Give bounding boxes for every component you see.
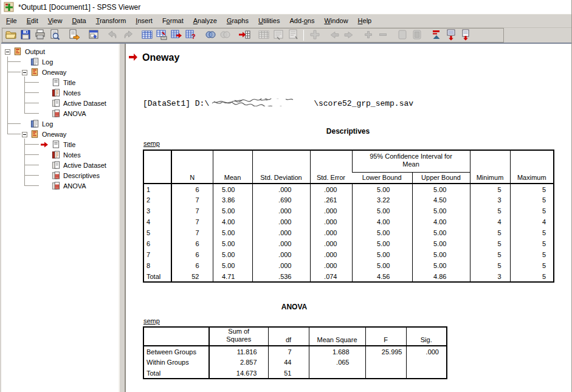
page-break-button[interactable] [458,29,473,42]
show-button[interactable] [395,29,410,42]
descriptives-table[interactable]: NMeanStd. DeviationStd. Error95% Confide… [143,150,554,283]
undo-button[interactable] [106,29,120,42]
tree-connector-line [7,134,21,134]
menu-item-graphs[interactable]: Graphs [222,15,253,27]
menu-item-insert[interactable]: Insert [131,15,157,27]
recall-dialogs-button[interactable] [86,29,101,42]
tree-item-title[interactable]: Title [1,139,119,150]
insert-title-gray-button[interactable] [286,29,300,42]
tree-connector-line [24,144,39,145]
expand-icon [362,29,374,43]
insert-heading-gray-icon [272,29,284,43]
variable-info-button[interactable]: ? [184,29,198,42]
open-icon [5,29,17,43]
tree-item-output[interactable]: Output [1,46,119,57]
hide-button[interactable] [410,29,424,42]
open-button[interactable] [4,29,18,42]
hide-icon [411,29,423,43]
move-up-button[interactable] [429,29,444,42]
tree-item-active-dataset[interactable]: Active Dataset [1,160,119,170]
dataset-path-prefix: [DataSet1] D:\ [143,99,209,108]
tree-connector-line [24,175,39,176]
tree-expander[interactable] [5,49,10,54]
save-button[interactable] [18,29,33,42]
goto-case-icon [156,29,168,43]
toolbar-gap [62,35,67,36]
tree-item-label: Descriptives [63,172,100,179]
tree-connector-line [24,113,39,114]
menu-item-file[interactable]: File [1,15,22,27]
redo-button[interactable] [120,29,135,42]
goto-data-button[interactable] [140,29,154,42]
spss-viewer-window: *Output1 [Document1] - SPSS Viewer FileE… [0,0,572,392]
menu-item-view[interactable]: View [43,15,67,27]
insert-heading-gray-button[interactable] [271,29,286,42]
tree-item-label: Output [25,48,45,55]
show-icon [396,29,408,43]
tree-item-anova[interactable]: ANOVA [1,108,119,119]
export-button[interactable] [67,29,81,42]
expand-button[interactable] [361,29,376,42]
insert-object-button[interactable] [308,29,322,42]
window-title: *Output1 [Document1] - SPSS Viewer [18,3,140,12]
demote-button[interactable] [342,29,356,42]
output-heading[interactable]: Oneway [142,52,179,63]
table-icon [51,109,61,118]
goto-case-button[interactable] [154,29,169,42]
print-preview-button[interactable] [47,29,62,42]
use-sets-button[interactable] [218,29,232,42]
procedure-icon [30,129,40,139]
menu-item-utilities[interactable]: Utilities [253,15,284,27]
menu-item-data[interactable]: Data [67,15,91,27]
menu-bar: FileEditViewDataTransformInsertFormatAna… [1,15,571,28]
tree-item-label: ANOVA [63,110,86,117]
find-button[interactable] [203,29,218,42]
tree-item-notes[interactable]: Notes [1,88,119,98]
tree-connector-line [7,123,21,124]
designated-viewer-button[interactable] [257,29,271,42]
select-last-output-button[interactable] [237,29,252,42]
undo-icon [107,29,119,43]
select-last-output-icon [238,29,250,43]
pane-splitter[interactable] [119,44,126,392]
anova-table[interactable]: Sum of SquaresdfMean SquareFSig.Between … [143,326,447,379]
notes-icon [51,88,61,97]
descriptives-caption: semp [143,140,160,147]
menu-item-analyze[interactable]: Analyze [188,15,222,27]
designated-viewer-icon [258,29,270,43]
tree-item-active-dataset[interactable]: Active Dataset [1,98,119,108]
tree-item-title[interactable]: Title [1,77,119,88]
log-icon [30,57,40,66]
tree-connector-line [7,61,21,62]
tree-expander[interactable] [22,69,27,75]
promote-button[interactable] [327,29,342,42]
toolbar-gap [232,35,237,36]
print-button[interactable] [33,29,47,42]
tree-connector-line [24,165,39,165]
tree-connector-line [7,72,21,72]
move-down-icon [445,29,457,43]
menu-item-transform[interactable]: Transform [91,15,131,27]
menu-item-help[interactable]: Help [353,15,377,27]
variable-info-icon: ? [185,29,197,43]
menu-item-format[interactable]: Format [157,15,188,27]
insert-title-gray-icon [287,29,299,43]
find-icon [204,29,216,43]
save-icon [19,29,32,43]
tree-item-notes[interactable]: Notes [1,150,119,160]
collapse-button[interactable] [376,29,390,42]
variables-button[interactable] [169,29,184,42]
tree-item-anova[interactable]: ANOVA [1,181,119,191]
toolbar-gap [81,35,86,36]
menu-item-window[interactable]: Window [319,15,353,27]
tree-connector-line [24,139,25,185]
dataset-icon [51,98,61,108]
menu-item-edit[interactable]: Edit [22,15,43,27]
move-down-button[interactable] [444,29,458,42]
notes-icon [51,150,61,159]
tree-expander[interactable] [22,131,27,137]
tree-item-descriptives[interactable]: Descriptives [1,170,119,181]
menu-item-add-ons[interactable]: Add-ons [284,15,319,27]
dataset-line[interactable]: [DataSet1] D:\\score52_grp_semp.sav [143,98,413,109]
tree-item-label: Oneway [42,69,66,76]
